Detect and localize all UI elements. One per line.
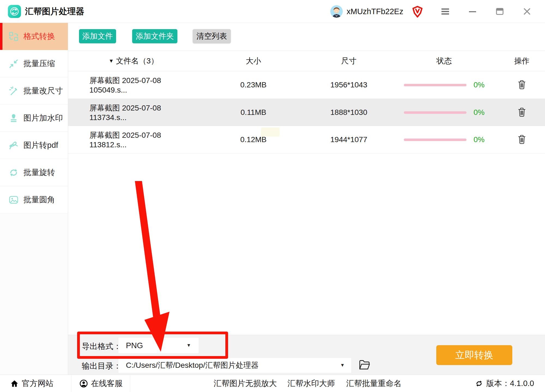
highlight-artifact xyxy=(261,127,280,137)
chevron-down-icon: ▼ xyxy=(340,363,345,368)
file-status: 0% xyxy=(390,135,499,144)
window-title: 汇帮图片处理器 xyxy=(25,0,84,23)
table-row[interactable]: 屏幕截图 2025-07-08 113734.s... 0.11MB 1888*… xyxy=(68,99,545,126)
sidebar-item-label: 批量改尺寸 xyxy=(23,85,63,96)
file-name: 屏幕截图 2025-07-08 105049.s... xyxy=(68,75,199,94)
home-icon xyxy=(10,380,19,387)
avatar[interactable] xyxy=(330,5,343,18)
version-text: 版本：4.1.0.0 xyxy=(486,378,534,389)
column-size-label: 大小 xyxy=(199,56,308,66)
footer-official-site-label: 官方网站 xyxy=(22,378,53,389)
export-format-label: 导出格式： xyxy=(82,341,121,352)
file-dimension: 1888*1030 xyxy=(308,108,390,117)
sidebar-item-batch-round-corner[interactable]: 批量圆角 xyxy=(0,186,68,213)
sidebar-item-label: 批量圆角 xyxy=(23,194,55,205)
delete-button[interactable] xyxy=(516,106,527,119)
menu-icon[interactable] xyxy=(440,0,451,23)
sidebar-item-label: 格式转换 xyxy=(23,31,55,42)
output-dir-select[interactable]: C:/Users/汇帮/Desktop/汇帮图片处理器 ▼ xyxy=(118,357,352,373)
sidebar-item-batch-resize[interactable]: 批量改尺寸 xyxy=(0,77,68,105)
refresh-icon xyxy=(475,380,483,387)
trash-icon xyxy=(517,134,526,144)
sidebar-item-label: 图片加水印 xyxy=(23,113,63,124)
column-status-label: 状态 xyxy=(390,56,499,66)
percent-label: 0% xyxy=(474,108,485,117)
pdf-icon xyxy=(9,140,19,150)
close-button[interactable] xyxy=(522,0,532,23)
percent-label: 0% xyxy=(474,81,485,89)
sidebar-item-label: 批量旋转 xyxy=(23,167,55,178)
footer-link[interactable]: 汇帮批量重命名 xyxy=(346,375,402,392)
footer-online-service-label: 在线客服 xyxy=(91,378,123,389)
file-status: 0% xyxy=(390,108,499,117)
sidebar-item-format-convert[interactable]: 格式转换 xyxy=(0,23,68,50)
resize-wand-icon xyxy=(9,86,19,96)
maximize-button[interactable] xyxy=(494,0,505,23)
browse-folder-button[interactable] xyxy=(358,358,372,372)
export-format-value: PNG xyxy=(126,341,143,350)
vip-badge-icon xyxy=(412,6,423,18)
version-label: 版本：4.1.0.0 xyxy=(475,375,534,392)
sidebar-item-watermark[interactable]: 图片加水印 xyxy=(0,105,68,132)
file-name: 屏幕截图 2025-07-08 113734.s... xyxy=(68,103,199,122)
table-header: ▼ 文件名（3） 大小 尺寸 状态 操作 xyxy=(68,51,545,71)
footer-link[interactable]: 汇帮水印大师 xyxy=(287,375,335,392)
export-panel: 导出格式： PNG ▼ 输出目录： C:/Users/汇帮/Desktop/汇帮… xyxy=(68,335,545,375)
username: xMUzhTFb22Ez xyxy=(347,0,403,23)
export-format-select[interactable]: PNG ▼ xyxy=(118,337,199,354)
user-icon xyxy=(80,379,88,388)
percent-label: 0% xyxy=(474,135,485,144)
convert-now-button[interactable]: 立即转换 xyxy=(436,345,512,365)
rotate-icon xyxy=(9,168,19,177)
rounded-image-icon xyxy=(9,195,19,205)
delete-button[interactable] xyxy=(516,79,527,91)
footer-official-site[interactable]: 官方网站 xyxy=(0,375,71,392)
sidebar-item-label: 批量压缩 xyxy=(23,58,55,69)
footer: 官方网站 在线客服 汇帮图片无损放大 汇帮水印大师 汇帮批量重命名 版本：4.1… xyxy=(0,375,545,392)
minimize-button[interactable] xyxy=(467,0,478,23)
progress-bar xyxy=(404,139,467,141)
clear-list-button[interactable]: 清空列表 xyxy=(193,29,231,43)
table-row[interactable]: 屏幕截图 2025-07-08 113812.s... 0.12MB 1944*… xyxy=(68,126,545,154)
folder-icon xyxy=(358,359,371,370)
annotation-arrow xyxy=(123,180,183,359)
output-dir-value: C:/Users/汇帮/Desktop/汇帮图片处理器 xyxy=(126,360,259,370)
file-size: 0.11MB xyxy=(199,108,308,117)
stamp-icon xyxy=(9,113,19,123)
column-filename-sort[interactable]: ▼ 文件名（3） xyxy=(68,56,199,66)
sort-desc-icon: ▼ xyxy=(109,58,114,64)
file-size: 0.12MB xyxy=(199,135,308,144)
titlebar: 汇帮图片处理器 xMUzhTFb22Ez xyxy=(0,0,545,23)
delete-button[interactable] xyxy=(516,133,527,146)
format-convert-icon xyxy=(9,32,19,41)
app-window: 汇帮图片处理器 xMUzhTFb22Ez xyxy=(0,0,545,392)
file-dimension: 1944*1077 xyxy=(308,135,390,144)
file-name: 屏幕截图 2025-07-08 113812.s... xyxy=(68,130,199,149)
file-status: 0% xyxy=(390,81,499,89)
file-table: ▼ 文件名（3） 大小 尺寸 状态 操作 屏幕截图 2025-07-08 105… xyxy=(68,51,545,154)
column-action-label: 操作 xyxy=(499,56,545,66)
app-logo-icon xyxy=(8,5,21,18)
chevron-down-icon: ▼ xyxy=(186,343,191,348)
table-row[interactable]: 屏幕截图 2025-07-08 105049.s... 0.23MB 1956*… xyxy=(68,71,545,99)
trash-icon xyxy=(517,107,526,117)
file-size: 0.23MB xyxy=(199,81,308,89)
trash-icon xyxy=(517,80,526,90)
compress-icon xyxy=(9,59,19,69)
sidebar-item-batch-rotate[interactable]: 批量旋转 xyxy=(0,159,68,186)
sidebar-item-img-to-pdf[interactable]: 图片转pdf xyxy=(0,132,68,159)
sidebar-item-label: 图片转pdf xyxy=(23,140,58,151)
add-folder-button[interactable]: 添加文件夹 xyxy=(132,29,177,43)
sidebar: 格式转换 批量压缩 批量改尺寸 xyxy=(0,23,68,375)
progress-bar xyxy=(404,84,467,86)
sidebar-item-batch-compress[interactable]: 批量压缩 xyxy=(0,50,68,77)
column-filename-label: 文件名（3） xyxy=(116,56,159,66)
footer-link[interactable]: 汇帮图片无损放大 xyxy=(214,375,277,392)
add-file-button[interactable]: 添加文件 xyxy=(79,29,116,43)
footer-online-service[interactable]: 在线客服 xyxy=(71,375,130,392)
progress-bar xyxy=(404,111,467,114)
column-dimension-label: 尺寸 xyxy=(308,56,390,66)
file-dimension: 1956*1043 xyxy=(308,81,390,89)
output-dir-label: 输出目录： xyxy=(82,361,121,372)
